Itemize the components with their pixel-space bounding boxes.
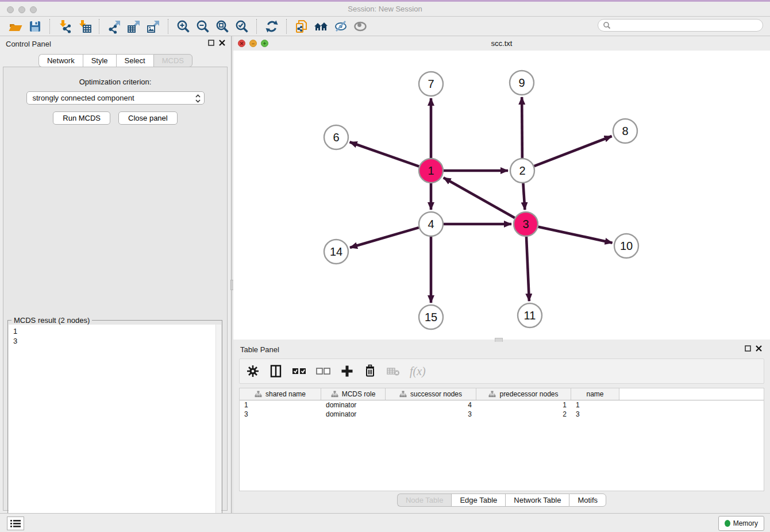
import-table-icon[interactable] <box>75 18 94 34</box>
graph-node-11[interactable]: 11 <box>518 303 542 327</box>
optimization-criterion-label: Optimization criterion: <box>3 78 227 86</box>
close-panel-button[interactable]: Close panel <box>118 111 178 125</box>
unselect-all-columns-icon[interactable] <box>315 364 332 379</box>
tab-node-table[interactable]: Node Table <box>397 494 452 507</box>
graph-node-2[interactable]: 2 <box>510 159 534 183</box>
table-panel: Table Panel f(x) shared nameMCDS rolesuc… <box>233 342 770 513</box>
mcds-result-text: 1 3 <box>13 326 221 346</box>
tab-select[interactable]: Select <box>116 54 153 67</box>
show-columns-icon[interactable] <box>268 364 283 379</box>
task-list-icon <box>10 519 21 528</box>
save-session-icon[interactable] <box>25 18 45 34</box>
export-image-icon[interactable] <box>144 18 163 34</box>
status-bar: Memory <box>0 513 770 532</box>
window-title: Session: New Session <box>0 5 770 13</box>
graphics-details-icon[interactable] <box>331 18 351 34</box>
refresh-icon[interactable] <box>262 18 282 34</box>
graph-node-9[interactable]: 9 <box>510 71 534 95</box>
export-network-icon[interactable] <box>105 18 124 34</box>
network-window-title: scc.txt <box>233 39 770 48</box>
node-table: shared nameMCDS rolesuccessor nodesprede… <box>239 388 764 491</box>
mcds-result-scrollbar[interactable] <box>215 325 221 532</box>
search-icon <box>603 21 611 29</box>
toolbar-separator <box>256 19 257 34</box>
table-panel-title: Table Panel <box>240 345 279 354</box>
graph-node-15[interactable]: 15 <box>419 305 443 329</box>
graph-node-14[interactable]: 14 <box>324 240 348 264</box>
toolbar-separator <box>168 19 169 34</box>
table-cell: dominator <box>321 410 386 419</box>
table-row[interactable]: 3dominator323 <box>240 410 764 419</box>
table-cell: 1 <box>476 400 571 410</box>
close-panel-icon[interactable] <box>219 40 225 46</box>
graph-node-6[interactable]: 6 <box>324 125 348 149</box>
search-input[interactable] <box>614 21 763 30</box>
tab-network[interactable]: Network <box>38 54 83 67</box>
column-header-name[interactable]: name <box>571 388 619 400</box>
network-graph[interactable]: 7968124314101511 <box>233 51 770 341</box>
column-header-shared-name[interactable]: shared name <box>240 388 321 400</box>
graph-edge-1-6[interactable] <box>350 142 419 166</box>
attribute-tree-icon <box>255 391 262 398</box>
graph-node-7[interactable]: 7 <box>419 72 443 96</box>
tab-mcds[interactable]: MCDS <box>153 54 192 67</box>
graph-edge-4-14[interactable] <box>350 228 419 248</box>
delete-columns-icon[interactable] <box>363 364 378 379</box>
copy-view-icon[interactable] <box>292 18 311 34</box>
float-panel-icon[interactable] <box>745 345 751 352</box>
graph-edge-2-9[interactable] <box>522 97 522 158</box>
search-field[interactable] <box>598 19 763 32</box>
svg-text:8: 8 <box>622 125 628 137</box>
graph-edge-2-8[interactable] <box>534 136 612 166</box>
graph-node-10[interactable]: 10 <box>614 234 638 258</box>
tab-style[interactable]: Style <box>83 54 116 67</box>
settings-gear-icon[interactable] <box>245 364 260 379</box>
home-icon[interactable] <box>311 18 331 34</box>
graph-node-3[interactable]: 3 <box>514 212 538 236</box>
svg-text:6: 6 <box>333 131 339 144</box>
create-column-icon[interactable] <box>340 364 355 379</box>
table-cell: 3 <box>240 410 321 419</box>
zoom-in-icon[interactable] <box>174 18 193 34</box>
function-builder-icon[interactable]: f(x) <box>410 365 426 378</box>
app-titlebar: Session: New Session <box>0 0 770 17</box>
export-table-icon[interactable] <box>124 18 144 34</box>
task-history-button[interactable] <box>7 516 24 530</box>
zoom-selected-icon[interactable] <box>232 18 252 34</box>
zoom-fit-icon[interactable] <box>213 18 232 34</box>
tab-network-table[interactable]: Network Table <box>505 494 569 507</box>
graph-edge-2-3[interactable] <box>523 183 525 210</box>
memory-label: Memory <box>733 519 758 527</box>
tab-edge-table[interactable]: Edge Table <box>451 494 505 507</box>
network-window-titlebar: ✕ − + scc.txt <box>233 36 770 51</box>
svg-text:1: 1 <box>428 164 434 177</box>
graph-node-1[interactable]: 1 <box>419 159 443 183</box>
graph-edge-3-10[interactable] <box>538 227 612 243</box>
column-header-predecessor-nodes[interactable]: predecessor nodes <box>476 388 571 400</box>
column-header-MCDS-role[interactable]: MCDS role <box>321 388 386 400</box>
graph-node-4[interactable]: 4 <box>419 212 443 236</box>
memory-button[interactable]: Memory <box>718 516 764 531</box>
svg-text:15: 15 <box>425 311 437 323</box>
select-stepper-icon <box>195 94 201 103</box>
graph-edge-3-1[interactable] <box>444 178 515 218</box>
close-panel-icon[interactable] <box>756 345 762 352</box>
open-session-icon[interactable] <box>6 18 25 34</box>
import-network-icon[interactable] <box>55 18 75 34</box>
tab-motifs[interactable]: Motifs <box>569 494 606 507</box>
optimization-criterion-select[interactable]: strongly connected component <box>26 91 205 105</box>
column-header-successor-nodes[interactable]: successor nodes <box>386 388 476 400</box>
birds-eye-icon[interactable] <box>351 18 370 34</box>
svg-text:2: 2 <box>519 164 525 177</box>
table-row[interactable]: 1dominator411 <box>240 400 764 410</box>
mcds-result-textarea[interactable]: 1 3 <box>9 325 221 532</box>
select-all-columns-icon[interactable] <box>291 364 307 379</box>
graph-edge-3-11[interactable] <box>526 237 529 301</box>
float-panel-icon[interactable] <box>208 40 214 46</box>
delete-table-icon[interactable] <box>386 364 402 379</box>
graph-node-8[interactable]: 8 <box>613 119 637 143</box>
run-mcds-button[interactable]: Run MCDS <box>53 111 110 125</box>
zoom-out-icon[interactable] <box>193 18 213 34</box>
svg-text:3: 3 <box>522 218 529 230</box>
svg-text:4: 4 <box>428 218 434 230</box>
